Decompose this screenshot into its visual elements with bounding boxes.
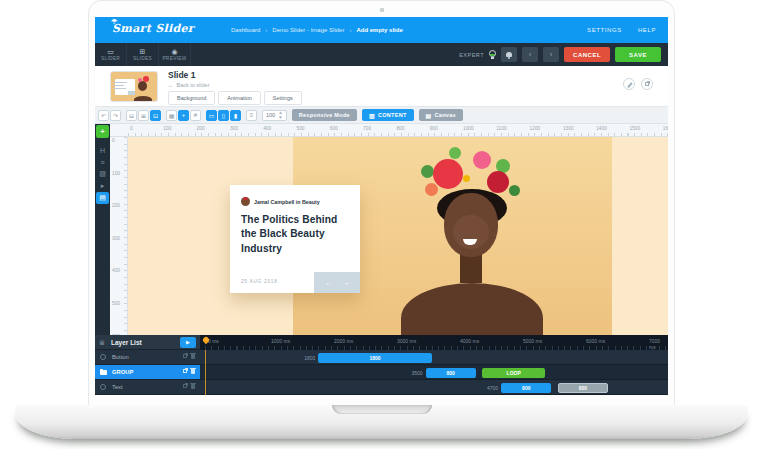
v-ruler-label: 300 <box>112 236 120 241</box>
desktop-view-button[interactable]: ▭ <box>206 110 217 121</box>
text-layer-button[interactable]: ≡ <box>96 156 109 168</box>
cancel-button[interactable]: CANCEL <box>564 47 610 62</box>
settings-link[interactable]: SETTINGS <box>587 27 622 33</box>
eye-icon[interactable] <box>100 384 106 390</box>
mobile-view-button[interactable]: ▮ <box>230 110 241 121</box>
ruler-button[interactable]: ≡ <box>246 110 257 121</box>
author-name: Jamal Campbell in Beauty <box>254 199 320 205</box>
heading-layer-button[interactable]: H <box>96 144 109 156</box>
heading-layer-icon: H <box>100 147 105 154</box>
delete-layer-icon[interactable] <box>191 369 195 374</box>
layer-list-button[interactable]: ▤ <box>96 192 109 204</box>
folder-icon[interactable] <box>100 370 107 375</box>
layer-list-header: ≣ Layer List ▶ <box>95 335 200 350</box>
cut-button[interactable]: ⊟ <box>126 110 137 121</box>
editor-canvas: +H≡▨▸▤ 010020030040050060070080090010001… <box>95 124 668 335</box>
text-layer-icon: ≡ <box>100 159 104 166</box>
duplicate-layer-icon[interactable] <box>183 384 187 388</box>
guides-button[interactable]: # <box>190 110 201 121</box>
redo-button[interactable]: ↷ <box>110 110 121 121</box>
prev-arrow-icon[interactable]: ← <box>325 278 333 287</box>
v-ruler-label: 100 <box>112 171 120 176</box>
h-ruler-label: 1300 <box>563 126 574 131</box>
add-layer-button[interactable]: + <box>96 125 109 138</box>
tablet-view-button[interactable]: ▯ <box>218 110 229 121</box>
breadcrumb-item[interactable]: Add empty slide <box>356 27 402 33</box>
next-slide-button[interactable]: › <box>543 47 559 62</box>
breadcrumb-item[interactable]: Demo Slider - Image Slider <box>272 27 344 33</box>
duplicate-layer-icon[interactable] <box>183 369 187 373</box>
delete-layer-icon[interactable] <box>191 384 195 389</box>
content-mode-button[interactable]: ▥CONTENT <box>362 109 414 121</box>
zoom-stepper[interactable]: 100 ▲▼ <box>262 110 287 121</box>
tab-settings[interactable]: Settings <box>264 91 302 105</box>
card-title[interactable]: The Politics Behind the Black Beauty Ind… <box>241 213 349 256</box>
expert-toggle-bulb-icon[interactable] <box>489 50 496 59</box>
button-layer-button[interactable]: ▸ <box>96 180 109 192</box>
slides-icon: ⊞ <box>140 48 146 55</box>
slider-label: SLIDER <box>101 56 120 61</box>
paste-button[interactable]: ⊡ <box>150 110 161 121</box>
layer-item-text[interactable]: Text <box>95 380 200 395</box>
timeline-ms-label: 0 ms <box>208 338 219 344</box>
back-to-slider-link[interactable]: ← Back to slider <box>168 82 210 88</box>
duplicate-slide-button[interactable] <box>641 78 653 90</box>
toolbar-group: ▦+# <box>166 110 201 121</box>
responsive-mode-button[interactable]: Responsive Mode <box>292 109 357 121</box>
timeline-track[interactable]: 4700800800 <box>200 380 668 395</box>
play-animations-button[interactable]: ▶ <box>180 337 196 348</box>
h-ruler-label: 300 <box>230 126 238 131</box>
edit-slide-button[interactable] <box>623 78 635 90</box>
layer-actions <box>183 354 195 359</box>
breadcrumb-separator: › <box>265 27 267 33</box>
h-ruler-label: 1400 <box>596 126 607 131</box>
card-arrows[interactable]: ← → <box>314 272 360 293</box>
animation-bar[interactable]: 800 <box>558 383 608 393</box>
delete-layer-icon[interactable] <box>191 354 195 359</box>
layer-item-group[interactable]: GROUP <box>95 365 200 380</box>
grid-button[interactable]: ▦ <box>166 110 177 121</box>
animation-bar[interactable]: LOOP <box>482 368 545 378</box>
main-toolbar: ▭SLIDER⊞SLIDES◉PREVIEW EXPERT ‹ › CANCEL… <box>95 43 668 66</box>
slide-thumbnail[interactable] <box>110 71 158 102</box>
zoom-in-icon[interactable]: ▲ <box>278 111 282 115</box>
h-ruler-label: 900 <box>430 126 438 131</box>
layer-item-button[interactable]: Button <box>95 350 200 365</box>
timeline-track[interactable]: 3500800LOOP <box>200 365 668 380</box>
next-arrow-icon[interactable]: → <box>342 278 350 287</box>
zoom-out-icon[interactable]: ▼ <box>278 116 282 120</box>
tab-animation[interactable]: Animation <box>218 91 260 105</box>
canvas-mode-button[interactable]: ▤Canvas <box>419 109 463 121</box>
snap-button[interactable]: + <box>178 110 189 121</box>
help-link[interactable]: HELP <box>638 27 656 33</box>
notifications-button[interactable] <box>501 47 517 62</box>
app-logo[interactable]: ☂Smart Slider <box>112 22 194 35</box>
toolbar-group: ⊟⊞⊡ <box>126 110 161 121</box>
slider-button[interactable]: ▭SLIDER <box>95 43 127 66</box>
preview-button[interactable]: ◉PREVIEW <box>159 43 191 66</box>
slide-canvas[interactable]: Jamal Campbell in Beauty The Politics Be… <box>128 137 668 335</box>
preview-label: PREVIEW <box>162 56 186 61</box>
tab-background[interactable]: Background <box>168 91 215 105</box>
copy-button[interactable]: ⊞ <box>138 110 149 121</box>
undo-button[interactable]: ↶ <box>98 110 109 121</box>
image-layer-button[interactable]: ▨ <box>96 168 109 180</box>
timeline-ms-label: 7000 ms <box>649 338 668 350</box>
timeline-ruler[interactable]: 0 ms1000 ms2000 ms3000 ms4000 ms5000 ms6… <box>200 335 668 350</box>
timeline-track[interactable]: 18001800 <box>200 350 668 365</box>
eye-icon[interactable] <box>100 354 106 360</box>
animation-bar[interactable]: 1800 <box>318 353 431 363</box>
save-button[interactable]: SAVE <box>615 47 661 62</box>
breadcrumb-item[interactable]: Dashboard <box>231 27 260 33</box>
content-card[interactable]: Jamal Campbell in Beauty The Politics Be… <box>230 185 360 293</box>
animation-bar[interactable]: 800 <box>426 368 476 378</box>
animation-bar[interactable]: 800 <box>501 383 551 393</box>
duplicate-layer-icon[interactable] <box>183 354 187 358</box>
layers-icon: ≣ <box>99 339 105 346</box>
canvas-icon: ▤ <box>426 112 432 119</box>
bell-icon <box>506 52 512 57</box>
v-ruler-label: 200 <box>112 203 120 208</box>
slides-button[interactable]: ⊞SLIDES <box>127 43 159 66</box>
previous-slide-button[interactable]: ‹ <box>522 47 538 62</box>
back-arrow-icon: ← <box>168 82 174 88</box>
